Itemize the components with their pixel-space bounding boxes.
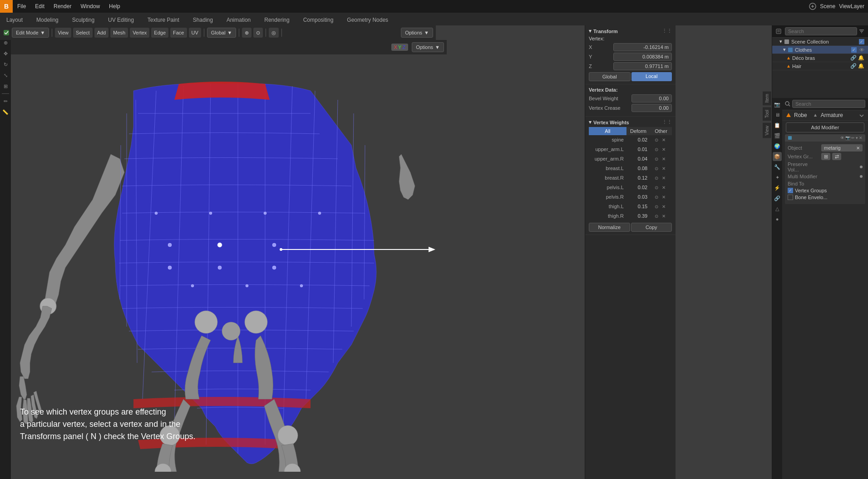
tool-move[interactable]: ✥ — [1, 49, 10, 58]
tab-animation[interactable]: Animation — [220, 15, 257, 25]
vertex-gr-swap[interactable]: ⇄ — [832, 153, 841, 160]
weight-select-upper-arm-l[interactable]: ⊙ — [653, 146, 660, 153]
z-axis-indicator[interactable]: Z — [402, 44, 405, 50]
mod-expand-icon[interactable]: ▾ — [856, 136, 858, 140]
prop-render-icon[interactable]: 📷 — [773, 100, 782, 109]
weight-remove-upper-arm-l[interactable]: ✕ — [660, 146, 667, 153]
tab-compositing[interactable]: Compositing — [297, 15, 340, 25]
armature-name[interactable]: Armature — [821, 112, 843, 118]
copy-btn[interactable]: Copy — [631, 223, 672, 232]
hair-vis[interactable]: 🔔 — [858, 63, 864, 68]
add-modifier-btn[interactable]: Add Modifier — [786, 122, 864, 132]
bone-envelope-checkbox[interactable] — [788, 195, 793, 200]
outliner-filter-icon[interactable] — [859, 29, 864, 34]
weight-val-pelvis-l[interactable]: 0.02 — [626, 183, 650, 192]
prop-world-icon[interactable]: 🌍 — [773, 142, 782, 151]
tool-annotate[interactable]: ✏ — [1, 97, 10, 106]
mod-close-icon[interactable]: ✕ — [859, 136, 863, 140]
tab-texture-paint[interactable]: Texture Paint — [141, 15, 186, 25]
robe-name[interactable]: Robe — [794, 112, 807, 118]
vertex-weights-collapse[interactable]: ▾ — [589, 119, 592, 125]
outliner-scene-collection[interactable]: ▾ Scene Collection ✓ — [772, 38, 868, 46]
vertex-gr-icon[interactable]: ⊞ — [821, 153, 830, 160]
item-tab[interactable]: Item — [763, 91, 772, 106]
prop-particles-icon[interactable]: ✦ — [773, 173, 782, 182]
options-btn[interactable]: Options ▼ — [412, 42, 444, 52]
mesh-btn[interactable]: Mesh — [110, 28, 128, 38]
bevel-weight-value[interactable]: 0.00 — [631, 94, 672, 103]
deco-bras-vis[interactable]: 🔔 — [858, 55, 864, 60]
options-dropdown[interactable]: Options ▼ — [401, 28, 433, 38]
edit-mode-dropdown[interactable]: Edit Mode ▼ — [12, 28, 49, 38]
tool-tab[interactable]: Tool — [763, 107, 772, 121]
proportional-btn[interactable]: ◎ — [269, 28, 279, 38]
weight-select-spine[interactable]: ⊙ — [653, 136, 660, 143]
properties-search-input[interactable] — [792, 100, 865, 108]
prop-physics-icon[interactable]: ⚡ — [773, 183, 782, 192]
tool-measure[interactable]: 📏 — [1, 108, 10, 117]
outliner-clothes[interactable]: ▾ Clothes ✓ 👁 — [772, 46, 868, 54]
weight-remove-thigh-r[interactable]: ✕ — [660, 212, 667, 220]
tool-transform[interactable]: ⊞ — [1, 82, 10, 91]
weight-remove-breast-l[interactable]: ✕ — [660, 165, 667, 172]
menu-edit[interactable]: Edit — [30, 0, 49, 13]
prop-modifier-icon[interactable]: 🔧 — [773, 162, 782, 171]
weight-val-upper-arm-r[interactable]: 0.04 — [626, 154, 650, 164]
mod-edit-icon[interactable]: ✏ — [851, 136, 855, 140]
multi-modifier-dot[interactable] — [860, 175, 863, 178]
tab-layout[interactable]: Layout — [0, 15, 29, 25]
prop-scene-icon[interactable]: 🎬 — [773, 131, 782, 140]
vertex-btn[interactable]: Vertex — [130, 28, 149, 38]
weight-remove-spine[interactable]: ✕ — [660, 136, 667, 143]
snap-btn[interactable]: ⊕ — [242, 28, 252, 38]
menu-file[interactable]: File — [13, 0, 30, 13]
prop-output-icon[interactable]: 🖥 — [773, 110, 782, 119]
prop-object-icon[interactable]: 📦 — [773, 152, 782, 161]
weight-val-thigh-l[interactable]: 0.15 — [626, 202, 650, 211]
clothes-eye[interactable]: 👁 — [859, 47, 864, 53]
object-field-value[interactable]: metarig ✕ — [821, 144, 863, 152]
deform-tab[interactable]: Deform — [626, 127, 650, 135]
prop-material-icon[interactable]: ● — [773, 215, 782, 224]
expand-icon[interactable] — [859, 112, 864, 118]
view-tab[interactable]: View — [763, 122, 772, 139]
tab-shading[interactable]: Shading — [187, 15, 219, 25]
mod-render-icon[interactable]: 📷 — [845, 136, 850, 140]
weight-val-upper-arm-l[interactable]: 0.01 — [626, 145, 650, 154]
clothes-visible[interactable]: ✓ — [851, 47, 857, 53]
local-btn[interactable]: Local — [631, 72, 672, 81]
weight-val-pelvis-r[interactable]: 0.03 — [626, 192, 650, 202]
weight-select-breast-l[interactable]: ⊙ — [653, 165, 660, 172]
vertex-groups-checkbox[interactable]: ✓ — [788, 188, 793, 193]
weight-val-spine[interactable]: 0.02 — [626, 135, 650, 145]
select-btn[interactable]: Select — [73, 28, 93, 38]
tab-rendering[interactable]: Rendering — [258, 15, 296, 25]
tool-rotate[interactable]: ↻ — [1, 60, 10, 69]
x-value[interactable]: -0.16214 m — [613, 43, 672, 51]
outliner-hair[interactable]: Hair 🔗 🔔 — [772, 62, 868, 70]
x-axis-indicator[interactable]: X — [394, 44, 397, 50]
weight-remove-thigh-l[interactable]: ✕ — [660, 203, 667, 210]
face-btn[interactable]: Face — [170, 28, 187, 38]
all-tab[interactable]: All — [589, 127, 626, 135]
tool-scale[interactable]: ⤡ — [1, 71, 10, 80]
normalize-btn[interactable]: Normalize — [589, 223, 630, 232]
weight-remove-breast-r[interactable]: ✕ — [660, 174, 667, 181]
uv-btn[interactable]: UV — [189, 28, 201, 38]
main-viewport[interactable]: X Y Z Options ▼ User Orthographic (0) Ro… — [11, 25, 447, 479]
transform-collapse-icon[interactable]: ▾ — [589, 28, 592, 34]
edge-btn[interactable]: Edge — [151, 28, 168, 38]
prop-object-data-icon[interactable]: △ — [773, 204, 782, 213]
weight-val-breast-l[interactable]: 0.08 — [626, 164, 650, 173]
y-value[interactable]: 0.008384 m — [613, 53, 672, 61]
z-value[interactable]: 0.97711 m — [613, 62, 672, 70]
transform-space-dropdown[interactable]: Global ▼ — [207, 28, 237, 38]
weight-select-thigh-l[interactable]: ⊙ — [653, 203, 660, 210]
object-close-icon[interactable]: ✕ — [856, 146, 860, 151]
tab-modeling[interactable]: Modeling — [30, 15, 65, 25]
menu-render[interactable]: Render — [49, 0, 76, 13]
weight-select-pelvis-l[interactable]: ⊙ — [653, 184, 660, 191]
hair-link[interactable]: 🔗 — [850, 63, 857, 68]
weight-remove-pelvis-r[interactable]: ✕ — [660, 193, 667, 200]
add-btn[interactable]: Add — [94, 28, 109, 38]
